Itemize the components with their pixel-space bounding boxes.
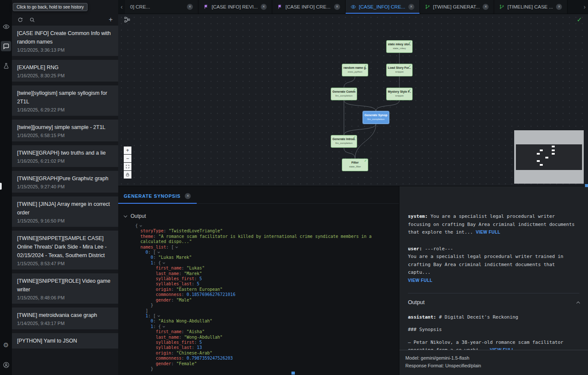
editor-tab-5[interactable]: [TIMELINE] CASE ...× [494,0,568,14]
tabs-scroll-right-icon[interactable]: › [581,0,588,14]
graph-node-gen_comm[interactable]: Generate Comm...llm_completion✓ [331,88,357,100]
detail-output-header[interactable]: Output [408,293,579,307]
close-icon[interactable]: × [185,193,191,199]
json-line: origin: "Eastern European" [135,287,390,292]
prompt-list-item[interactable]: [twine][journey] simple sample - 2T1L1/1… [12,120,118,141]
prompt-list-item[interactable]: [CASE INFO] Create Common Info with rand… [12,26,118,56]
activity-bar: ⚙ [0,0,12,375]
fit-view-button[interactable] [124,163,131,170]
zoom-in-button[interactable]: + [124,146,131,154]
collapse-caret-icon[interactable] [163,261,165,264]
graph-node-state_mkey[interactable]: state mkey stor...state_mkey✓ [386,40,413,53]
json-line: 0: [ [135,250,390,255]
json-line: } [135,303,390,308]
close-icon[interactable]: × [483,4,489,10]
collapse-caret-icon[interactable] [163,325,165,328]
graph-canvas[interactable]: ✓ + − state mkey stor...state_mkey✓rando… [118,14,588,186]
prompt-title: [TWINE] [JINJA] Array merge in correct o… [17,200,113,217]
prompt-list-item[interactable]: [TWINE][SNIPPET][ROLE] Video game writer… [12,273,118,304]
graph-node-mystery[interactable]: Mystery Style F...snippet✓ [386,88,413,100]
output-tab-generate-synopsis[interactable]: GENERATE SYNOPSIS × [118,193,197,204]
user-message: user: ---role--- You are a specialist le… [408,245,579,285]
graph-node-filter[interactable]: Filterstate_filter✓ [342,158,368,171]
graph-edge [344,124,376,135]
prompt-title: [PYTHON] Yaml to JSON [17,337,113,345]
prompt-list-item[interactable]: [TWINE][GRAPH} two truths and a lie1/16/… [12,145,118,167]
json-line: gender: "Female" [135,361,390,366]
json-line: 0: "Lukas Marek" [135,255,390,260]
bottom-panels: GENERATE SYNOPSIS × Output {storyType: "… [118,186,588,375]
minimap-viewport [516,144,582,170]
json-line: gender: "Male" [135,298,390,303]
prompt-list-item[interactable]: [TWINE][GRAPH]Pure Graphviz graph1/15/20… [12,171,118,193]
minimap-node-dot [540,149,543,151]
json-line: { [135,223,390,229]
output-section-header[interactable]: Output [118,204,399,223]
account-icon[interactable] [1,360,11,370]
workflow-icon[interactable] [124,17,130,23]
prompt-list-item[interactable]: [TWINE][SNIPPET][SAMPLE CASE] Online Thr… [12,231,118,270]
prompt-title: [TWINE][GRAPH]Pure Graphviz graph [17,174,113,183]
collapse-caret-icon[interactable] [157,251,160,253]
tabs-scroll-left-icon[interactable]: ‹ [118,0,125,14]
prompts-panel-icon[interactable] [1,41,11,51]
close-icon[interactable]: × [408,4,414,10]
node-success-check-icon: ✓ [408,88,411,92]
refresh-icon[interactable] [17,17,23,23]
graph-edge [344,100,376,111]
lock-button[interactable] [124,171,131,179]
node-type-label: llm_completion [332,94,355,97]
prompt-list-item[interactable]: [twine][syllogism] sample syllogism for … [12,85,118,116]
branch-icon [425,4,430,9]
graph-node-gen_introd[interactable]: Generate Introd...llm_completion✓ [331,135,357,148]
editor-tab-0[interactable]: 0] CRE...× [125,0,198,14]
close-icon[interactable]: × [187,4,193,10]
prompt-list-item[interactable]: [EXAMPLE] RNG1/16/2025, 8:30:25 PM [12,60,118,82]
collapse-caret-icon[interactable] [157,314,160,317]
assistant-role-label: assistant: [408,314,436,320]
experiments-flask-icon[interactable] [1,61,11,71]
settings-gear-icon[interactable]: ⚙ [1,340,11,350]
editor-tab-2[interactable]: [CASE INFO] CRE...× [272,0,346,14]
editor-tab-4[interactable]: [TWINE] GENERAT...× [420,0,495,14]
prompt-list-item[interactable]: [PYTHON] Yaml to JSON [12,333,118,349]
prompt-title: [TWINE][SNIPPET][ROLE] Video game writer [17,277,113,294]
minimap-node-dot [540,164,543,166]
add-prompt-button[interactable]: + [109,16,113,23]
app-root: ⚙ Prompts Click to go back, hold to see … [0,0,588,375]
eye-icon[interactable] [1,21,11,32]
json-line: commonness: 0.18576966276721016 [135,292,390,297]
prompt-date: 1/14/2025, 9:43:17 PM [17,321,113,326]
editor-tab-1[interactable]: [CASE INFO] REVI...× [198,0,272,14]
collapse-caret-icon[interactable] [175,246,178,248]
graph-node-load_story[interactable]: Load Story For...snippet✓ [386,64,413,76]
eye-icon [351,4,356,9]
minimap[interactable] [514,130,584,184]
zoom-out-button[interactable]: − [124,155,131,162]
close-icon[interactable]: × [261,4,267,10]
close-icon[interactable]: × [556,4,562,10]
json-line: 1: { [135,324,390,329]
right-splitter-handle[interactable] [585,184,588,187]
graph-node-gen_synopsis[interactable]: Generate Synop...llm_completion [363,111,389,124]
editor-tab-3[interactable]: [CASE_INFO] CRE...× [346,0,420,14]
node-success-check-icon: ✓ [408,41,411,44]
view-full-link[interactable]: VIEW FULL [476,230,500,234]
left-splitter-handle[interactable] [0,183,2,190]
collapse-caret-icon[interactable] [140,224,142,227]
graph-node-random_name[interactable]: random name g...exec_python✓ [342,64,368,76]
assistant-subheading: ### Synopsis [408,326,579,334]
node-type-label: snippet [388,70,411,73]
run-detail-panel: system: You are a specialist legal proce… [399,186,588,375]
view-full-link[interactable]: VIEW FULL [408,278,432,283]
prompt-list-item[interactable]: [TWINE] [JINJA] Array merge in correct o… [12,196,118,227]
search-icon[interactable] [29,17,35,23]
node-success-check-icon: ✓ [408,64,411,68]
minimap-node-dot [552,153,555,155]
close-icon[interactable]: × [334,4,340,10]
bottom-splitter-handle[interactable] [291,372,295,375]
prompt-list-item[interactable]: [TWINE] metroidvania case graph1/14/2025… [12,308,118,329]
json-line: commonness: 0.7987359247526203 [135,356,390,361]
node-type-label: llm_completion [332,142,355,145]
json-line: syllables_first: 5 [135,276,390,281]
